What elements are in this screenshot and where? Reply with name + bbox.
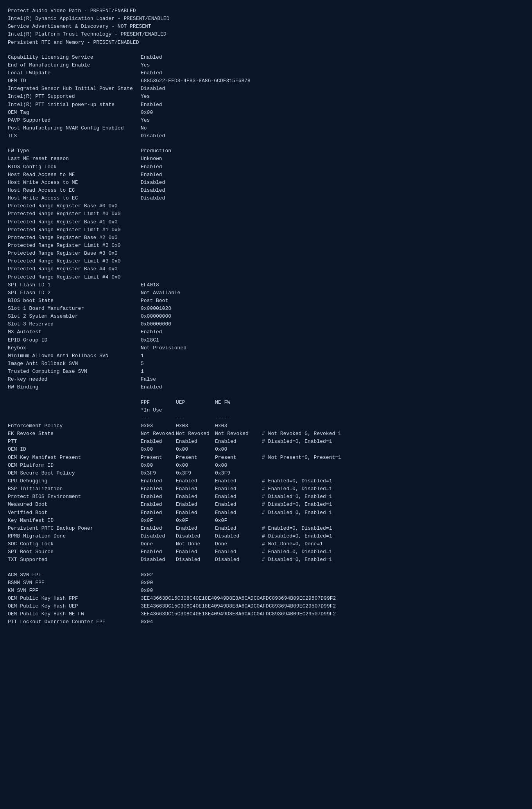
table-section: FPF UEP ME FW *In Use --- --- ----- Enfo… (8, 399, 360, 564)
fw-field-1: Last ME reset reason Unknown (8, 155, 360, 163)
protected-range-0: Protected Range Register Base #0 0x0 (8, 202, 360, 210)
fw-field-4: Host Write Access to ME Disabled (8, 179, 360, 187)
spi-field-6: M3 Autotest Enabled (8, 328, 360, 336)
spi-field-8: Keybox Not Provisioned (8, 344, 360, 352)
protected-range-9: Protected Range Register Limit #4 0x0 (8, 273, 360, 281)
footer-field-1: BSMM SVN FPF 0x00 (8, 579, 360, 587)
table-row-11: Verified Boot Enabled Enabled Enabled # … (8, 509, 360, 517)
protected-range-4: Protected Range Register Base #2 0x0 (8, 234, 360, 242)
footer-field-6: PTT Lockout Override Counter FPF 0x04 (8, 618, 360, 626)
protected-range-3: Protected Range Register Limit #1 0x0 (8, 226, 360, 234)
table-row-1: EK Revoke State Not Revoked Not Revoked … (8, 430, 360, 438)
table-row-16: SPI Boot Source Enabled Enabled Enabled … (8, 548, 360, 556)
table-row-5: OEM Platform ID 0x00 0x00 0x00 (8, 462, 360, 469)
basic-field-4: Integrated Sensor Hub Initial Power Stat… (8, 85, 360, 93)
fw-field-3: Host Read Access to ME Enabled (8, 171, 360, 179)
table-divider-row: --- --- ----- (8, 414, 360, 422)
protected-range-7: Protected Range Register Limit #3 0x0 (8, 257, 360, 265)
spi-field-13: HW Binding Enabled (8, 383, 360, 391)
basic-field-6: Intel(R) PTT initial power-up state Enab… (8, 101, 360, 109)
basic-field-5: Intel(R) PTT Supported Yes (8, 93, 360, 101)
table-row-9: Protect BIOS Environment Enabled Enabled… (8, 493, 360, 501)
footer-field-0: ACM SVN FPF 0x02 (8, 571, 360, 579)
spi-field-3: Slot 1 Board Manufacturer 0x00001028 (8, 305, 360, 313)
table-row-8: BSP Initialization Enabled Enabled Enabl… (8, 485, 360, 493)
protected-range-5: Protected Range Register Limit #2 0x0 (8, 242, 360, 250)
spi-field-9: Minimum Allowed Anti Rollback SVN 1 (8, 352, 360, 360)
table-row-10: Measured Boot Enabled Enabled Enabled # … (8, 501, 360, 509)
table-row-3: OEM ID 0x00 0x00 0x00 (8, 446, 360, 453)
table-row-14: RPMB Migration Done Disabled Disabled Di… (8, 532, 360, 540)
footer-section: ACM SVN FPF 0x02 BSMM SVN FPF 0x00 KM SV… (8, 571, 360, 626)
protected-range-section: Protected Range Register Base #0 0x0 Pro… (8, 202, 360, 281)
table-row-12: Key Manifest ID 0x0F 0x0F 0x0F (8, 517, 360, 525)
spi-field-12: Re-key needed False (8, 376, 360, 383)
fw-section: FW Type Production Last ME reset reason … (8, 147, 360, 202)
table-row-13: Persistent PRTC Backup Power Enabled Ena… (8, 525, 360, 532)
fw-field-2: BIOS Config Lock Enabled (8, 163, 360, 171)
protected-range-8: Protected Range Register Base #4 0x0 (8, 265, 360, 273)
main-content: Protect Audio Video Path - PRESENT/ENABL… (8, 7, 360, 626)
protected-range-1: Protected Range Register Limit #0 0x0 (8, 210, 360, 218)
footer-field-5: OEM Public Key Hash ME FW 3EE43663DC15C3… (8, 610, 360, 618)
protected-range-6: Protected Range Register Base #3 0x0 (8, 250, 360, 257)
table-header-row2: *In Use (8, 406, 360, 414)
fw-field-6: Host Write Access to EC Disabled (8, 194, 360, 202)
spi-section: SPI Flash ID 1 EF4018 SPI Flash ID 2 Not… (8, 281, 360, 392)
table-row-6: OEM Secure Boot Policy 0x3F9 0x3F9 0x3F9 (8, 469, 360, 477)
basic-field-1: End of Manufacturing Enable Yes (8, 61, 360, 69)
basic-field-10: TLS Disabled (8, 132, 360, 140)
table-row-15: SOC Config Lock Done Not Done Done # Not… (8, 540, 360, 548)
protected-range-2: Protected Range Register Base #1 0x0 (8, 218, 360, 226)
header-item-2: Service Advertisement & Discovery - NOT … (8, 23, 360, 31)
table-row-4: OEM Key Manifest Present Present Present… (8, 454, 360, 462)
spi-field-5: Slot 3 Reserved 0x00000000 (8, 320, 360, 328)
header-item-1: Intel(R) Dynamic Application Loader - PR… (8, 15, 360, 23)
spi-field-1: SPI Flash ID 2 Not Available (8, 289, 360, 297)
basic-field-9: Post Manufacturing NVAR Config Enabled N… (8, 124, 360, 132)
spi-field-7: EPID Group ID 0x28C1 (8, 336, 360, 344)
header-section: Protect Audio Video Path - PRESENT/ENABL… (8, 7, 360, 47)
table-row-2: PTT Enabled Enabled Enabled # Disabled=0… (8, 438, 360, 446)
spi-field-11: Trusted Computing Base SVN 1 (8, 368, 360, 376)
header-item-4: Persistent RTC and Memory - PRESENT/ENAB… (8, 39, 360, 47)
header-item-3: Intel(R) Platform Trust Technology - PRE… (8, 31, 360, 38)
footer-field-2: KM SVN FPF 0x00 (8, 587, 360, 595)
table-row-7: CPU Debugging Enabled Enabled Enabled # … (8, 477, 360, 485)
basic-field-8: PAVP Supported Yes (8, 117, 360, 124)
header-item-0: Protect Audio Video Path - PRESENT/ENABL… (8, 7, 360, 15)
fw-field-0: FW Type Production (8, 147, 360, 155)
fw-field-5: Host Read Access to EC Disabled (8, 187, 360, 194)
footer-field-3: OEM Public Key Hash FPF 3EE43663DC15C308… (8, 595, 360, 602)
basic-field-7: OEM Tag 0x00 (8, 109, 360, 117)
basic-field-3: OEM ID 68853622-EED3-4E83-8A86-6CDE315F6… (8, 77, 360, 85)
basic-field-2: Local FWUpdate Enabled (8, 69, 360, 77)
spi-field-0: SPI Flash ID 1 EF4018 (8, 281, 360, 289)
table-row-17: TXT Supported Disabled Disabled Disabled… (8, 556, 360, 564)
basic-section: Capability Licensing Service Enabled End… (8, 54, 360, 140)
spi-field-2: BIOS boot State Post Boot (8, 297, 360, 305)
table-row-0: Enforcement Policy 0x03 0x03 0x03 (8, 422, 360, 430)
table-header-row1: FPF UEP ME FW (8, 399, 360, 406)
spi-field-10: Image Anti Rollback SVN 5 (8, 360, 360, 368)
basic-field-0: Capability Licensing Service Enabled (8, 54, 360, 61)
footer-field-4: OEM Public Key Hash UEP 3EE43663DC15C308… (8, 602, 360, 610)
spi-field-4: Slot 2 System Assembler 0x00000000 (8, 313, 360, 320)
